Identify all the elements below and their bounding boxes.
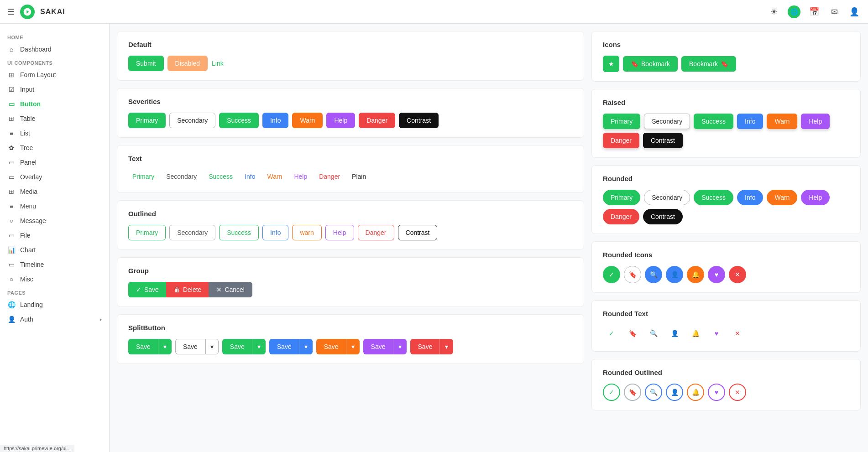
- sidebar-item-message[interactable]: ○ Message: [0, 213, 109, 228]
- hamburger-icon[interactable]: ☰: [7, 7, 15, 17]
- text-btn-success[interactable]: Success: [204, 170, 237, 183]
- raised-secondary[interactable]: Secondary: [644, 114, 690, 129]
- rounded-warn[interactable]: Warn: [767, 190, 797, 205]
- rounded-secondary[interactable]: Secondary: [644, 190, 690, 205]
- bookmark-icon-btn-2[interactable]: Bookmark 🔖: [681, 56, 736, 72]
- raised-success[interactable]: Success: [694, 114, 733, 129]
- ro-user-btn[interactable]: 👤: [666, 384, 683, 401]
- text-btn-info[interactable]: Info: [241, 170, 259, 183]
- link-button[interactable]: Link: [211, 56, 231, 71]
- rounded-danger[interactable]: Danger: [603, 209, 639, 224]
- sidebar-item-form-layout[interactable]: ⊞ Form Layout: [0, 68, 109, 82]
- out-btn-help[interactable]: Help: [325, 225, 354, 240]
- text-btn-secondary[interactable]: Secondary: [162, 170, 201, 183]
- text-btn-help[interactable]: Help: [290, 170, 311, 183]
- rt-search-btn[interactable]: 🔍: [645, 325, 662, 342]
- split-save-2[interactable]: Save: [175, 339, 205, 354]
- ro-search-btn[interactable]: 🔍: [645, 384, 662, 401]
- rt-x-btn[interactable]: ✕: [729, 325, 746, 342]
- split-save-5[interactable]: Save: [316, 339, 346, 354]
- rt-bell-btn[interactable]: 🔔: [687, 325, 704, 342]
- ri-bell-btn[interactable]: 🔔: [687, 266, 704, 283]
- out-btn-primary[interactable]: Primary: [128, 225, 166, 240]
- sidebar-item-media[interactable]: ⊞ Media: [0, 184, 109, 199]
- out-btn-contrast[interactable]: Contrast: [398, 225, 438, 240]
- sidebar-item-file[interactable]: ▭ File: [0, 228, 109, 243]
- raised-help[interactable]: Help: [801, 114, 830, 129]
- ri-check-btn[interactable]: ✓: [603, 266, 620, 283]
- group-save-button[interactable]: ✓ Save: [128, 282, 166, 297]
- split-drop-3[interactable]: ▾: [252, 339, 266, 354]
- btn-secondary[interactable]: Secondary: [169, 113, 215, 128]
- out-btn-secondary[interactable]: Secondary: [169, 225, 215, 240]
- split-save-4[interactable]: Save: [269, 339, 299, 354]
- raised-danger[interactable]: Danger: [603, 133, 639, 148]
- rt-heart-btn[interactable]: ♥: [708, 325, 725, 342]
- sidebar-item-misc[interactable]: ○ Misc: [0, 272, 109, 286]
- btn-warn[interactable]: Warn: [292, 113, 323, 128]
- split-save-7[interactable]: Save: [410, 339, 440, 354]
- sidebar-item-table[interactable]: ⊞ Table: [0, 111, 109, 126]
- rounded-primary[interactable]: Primary: [603, 190, 640, 205]
- globe-icon[interactable]: 🌐: [788, 5, 800, 18]
- rt-user-btn[interactable]: 👤: [666, 325, 683, 342]
- out-btn-warn[interactable]: warn: [292, 225, 321, 240]
- split-drop-1[interactable]: ▾: [158, 339, 172, 354]
- group-cancel-button[interactable]: ✕ Cancel: [209, 282, 252, 297]
- ro-heart-btn[interactable]: ♥: [708, 384, 725, 401]
- btn-help[interactable]: Help: [326, 113, 355, 128]
- split-save-1[interactable]: Save: [128, 339, 158, 354]
- out-btn-success[interactable]: Success: [219, 225, 259, 240]
- sidebar-item-overlay[interactable]: ▭ Overlay: [0, 170, 109, 184]
- ro-bookmark-btn[interactable]: 🔖: [624, 384, 641, 401]
- sidebar-item-list[interactable]: ≡ List: [0, 126, 109, 140]
- ro-bell-btn[interactable]: 🔔: [687, 384, 704, 401]
- ro-x-btn[interactable]: ✕: [729, 384, 746, 401]
- split-save-3[interactable]: Save: [222, 339, 252, 354]
- sidebar-item-button[interactable]: ▭ Button: [0, 97, 109, 111]
- btn-success[interactable]: Success: [219, 113, 259, 128]
- btn-danger[interactable]: Danger: [359, 113, 395, 128]
- split-save-6[interactable]: Save: [363, 339, 393, 354]
- submit-button[interactable]: Submit: [128, 56, 164, 71]
- user-icon[interactable]: 👤: [848, 5, 861, 18]
- sidebar-item-auth[interactable]: 👤 Auth ▾: [0, 312, 109, 327]
- sidebar-item-input[interactable]: ☑ Input: [0, 82, 109, 97]
- rounded-success[interactable]: Success: [694, 190, 733, 205]
- sidebar-item-landing[interactable]: 🌐 Landing: [0, 297, 109, 312]
- sidebar-item-dashboard[interactable]: ⌂ Dashboard: [0, 42, 109, 57]
- sidebar-item-menu[interactable]: ≡ Menu: [0, 199, 109, 213]
- split-drop-7[interactable]: ▾: [440, 339, 453, 354]
- btn-contrast[interactable]: Contrast: [399, 113, 439, 128]
- text-btn-warn[interactable]: Warn: [263, 170, 286, 183]
- text-btn-primary[interactable]: Primary: [128, 170, 158, 183]
- split-drop-5[interactable]: ▾: [346, 339, 360, 354]
- out-btn-info[interactable]: Info: [262, 225, 288, 240]
- rt-check-btn[interactable]: ✓: [603, 325, 620, 342]
- group-delete-button[interactable]: 🗑 Delete: [166, 282, 209, 297]
- split-drop-4[interactable]: ▾: [299, 339, 313, 354]
- raised-info[interactable]: Info: [737, 114, 763, 129]
- mail-icon[interactable]: ✉: [828, 5, 841, 18]
- raised-warn[interactable]: Warn: [767, 114, 797, 129]
- ri-search-btn[interactable]: 🔍: [645, 266, 662, 283]
- raised-primary[interactable]: Primary: [603, 114, 640, 129]
- sidebar-item-timeline[interactable]: ▭ Timeline: [0, 257, 109, 272]
- ri-heart-btn[interactable]: ♥: [708, 266, 725, 283]
- calendar-icon[interactable]: 📅: [808, 5, 821, 18]
- ri-user-btn[interactable]: 👤: [666, 266, 683, 283]
- rounded-help[interactable]: Help: [801, 190, 830, 205]
- rt-bookmark-btn[interactable]: 🔖: [624, 325, 641, 342]
- rounded-info[interactable]: Info: [737, 190, 763, 205]
- sun-icon[interactable]: ☀: [768, 5, 780, 18]
- raised-contrast[interactable]: Contrast: [643, 133, 683, 148]
- btn-info[interactable]: Info: [262, 113, 288, 128]
- sidebar-item-tree[interactable]: ✿ Tree: [0, 140, 109, 155]
- rounded-contrast[interactable]: Contrast: [643, 209, 683, 224]
- bookmark-icon-btn-1[interactable]: 🔖 Bookmark: [623, 56, 678, 72]
- split-drop-6[interactable]: ▾: [393, 339, 407, 354]
- sidebar-item-panel[interactable]: ▭ Panel: [0, 155, 109, 170]
- text-btn-danger[interactable]: Danger: [315, 170, 344, 183]
- star-icon-btn[interactable]: ★: [603, 56, 619, 72]
- out-btn-danger[interactable]: Danger: [358, 225, 394, 240]
